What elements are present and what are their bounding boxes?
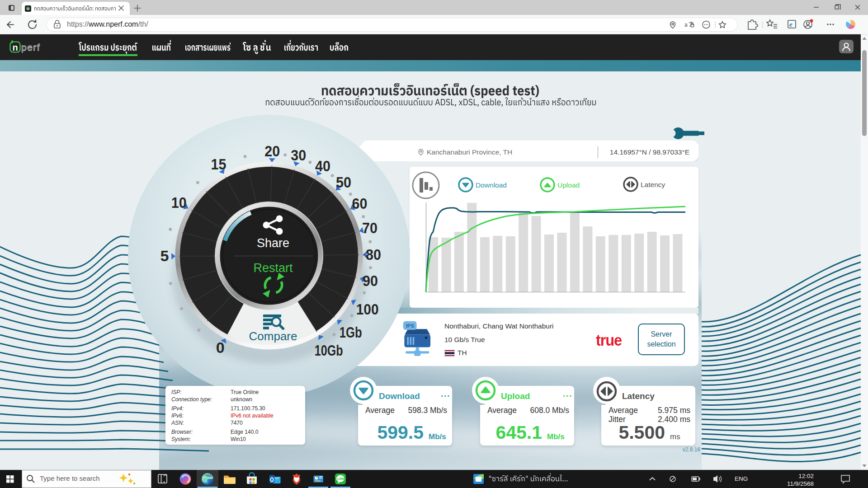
svg-text:IPS: IPS (406, 323, 415, 328)
svg-text:LINE: LINE (337, 477, 344, 480)
